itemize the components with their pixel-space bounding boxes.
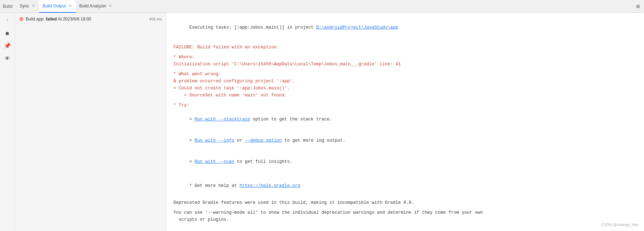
sidebar: ↑ ◼ 📌 👁 [0,13,15,231]
what-went-wrong-line2: > Could not create task ':app:Jobos.main… [173,85,637,92]
tab-build-analyzer[interactable]: Build Analyzer ✕ [76,0,116,13]
output-panel[interactable]: Executing tasks: [:app:Jobos.main()] in … [166,13,644,231]
pin-icon[interactable]: 📌 [2,41,12,51]
settings-icon[interactable]: ⚙ [635,1,641,11]
what-went-wrong-line1: A problem occurred configuring project '… [173,78,637,85]
info-link[interactable]: Run with --info [195,138,234,143]
build-time: At 2023/6/8 18:00 [58,17,91,22]
output-line-executing: Executing tasks: [:app:Jobos.main()] in … [173,17,637,38]
debug-link[interactable]: --debug option [245,138,282,143]
eye-icon[interactable]: 👁 [2,54,12,64]
tab-build-output-close[interactable]: ✕ [68,3,72,8]
tab-bar-label: Build: [3,4,13,9]
build-failed-value: failed [46,17,57,22]
build-status-text: Build app: failed At 2023/6/8 18:00 [26,17,91,22]
try-stacktrace: > Run with --stacktrace option to get th… [173,109,637,130]
executing-prefix: Executing tasks: [:app:Jobos.main()] in … [189,25,316,30]
tab-build-analyzer-close[interactable]: ✕ [108,3,112,8]
where-detail: Initialization script 'C:\Users\15456\Ap… [173,61,637,68]
tab-build-analyzer-label: Build Analyzer [79,4,106,8]
time-badge: 456 ms [149,17,162,21]
help-line: * Get more help at https://help.gradle.o… [173,175,637,196]
tab-sync-close[interactable]: ✕ [31,3,36,8]
help-gradle-link[interactable]: https://help.gradle.org [240,183,301,188]
deprecated-line2: You can use '--warning-mode all' to show… [173,209,637,216]
left-panel: ⊗ Build app: failed At 2023/6/8 18:00 45… [15,13,166,231]
try-header: * Try: [173,102,637,109]
try-info: > Run with --info or --debug option to g… [173,130,637,151]
project-path-link[interactable]: D:\androidProject\JavaStudy\app [316,25,398,30]
scan-link[interactable]: Run with --scan [195,159,234,164]
what-went-wrong-header: * What went wrong: [173,71,637,78]
stop-icon[interactable]: ◼ [2,28,12,38]
tab-sync-label: Sync [20,4,29,8]
build-status-row: ⊗ Build app: failed At 2023/6/8 18:00 45… [15,13,166,25]
tab-bar: Build: Sync ✕ Build Output ✕ Build Analy… [0,0,644,13]
what-went-wrong-line3: > SourceSet with name 'main' not found. [173,92,637,99]
error-icon: ⊗ [19,16,24,22]
failure-line: FAILURE: Build failed with an exception. [173,44,637,51]
main-content: ↑ ◼ 📌 👁 ⊗ Build app: failed At 2023/6/8 … [0,13,644,231]
try-scan: > Run with --scan to get full insights. [173,151,637,172]
tab-build-output[interactable]: Build Output ✕ [39,0,76,13]
where-header: * Where: [173,54,637,61]
arrow-up-icon[interactable]: ↑ [2,16,12,25]
see-link-line: See https://docs.gradle.org/8.0/userguid… [173,226,637,231]
tab-sync[interactable]: Sync ✕ [16,0,39,13]
watermark: CSDN @change_fate [601,223,638,227]
stacktrace-link[interactable]: Run with --stacktrace [195,117,250,122]
tab-build-output-label: Build Output [43,4,66,8]
deprecated-line1: Deprecated Gradle features were used in … [173,199,637,206]
deprecated-line3: scripts or plugins. [173,216,637,223]
build-label: Build app: [26,17,44,22]
